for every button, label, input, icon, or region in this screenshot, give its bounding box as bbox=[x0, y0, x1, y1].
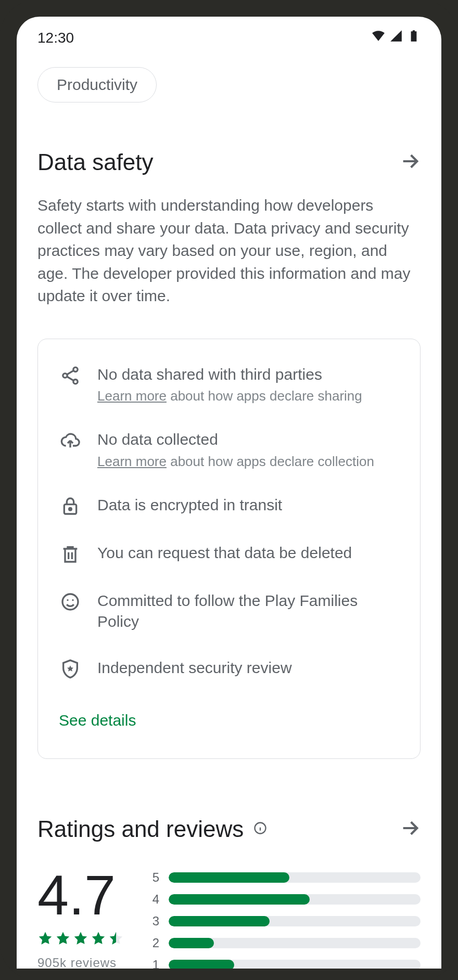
svg-point-5 bbox=[62, 594, 78, 610]
svg-point-7 bbox=[72, 599, 73, 601]
share-icon bbox=[59, 364, 82, 387]
trash-icon bbox=[59, 543, 82, 565]
safety-item-title: Committed to follow the Play Families Po… bbox=[97, 590, 399, 633]
star-icon bbox=[37, 931, 53, 948]
safety-item-title: You can request that data be deleted bbox=[97, 543, 399, 564]
bar-fill bbox=[169, 960, 234, 969]
safety-item-title: No data collected bbox=[97, 429, 399, 450]
safety-item-collection: No data collected Learn more about how a… bbox=[59, 429, 399, 470]
bar-track bbox=[169, 960, 421, 969]
data-safety-card: No data shared with third parties Learn … bbox=[37, 339, 421, 759]
bar-track bbox=[169, 872, 421, 883]
star-icon bbox=[91, 931, 106, 948]
svg-point-6 bbox=[67, 599, 68, 601]
ratings-bars: 5 4 3 2 1 bbox=[149, 867, 421, 969]
see-details-link[interactable]: See details bbox=[59, 712, 399, 729]
bar-label: 3 bbox=[149, 914, 159, 929]
safety-item-encryption: Data is encrypted in transit bbox=[59, 495, 399, 518]
data-safety-title: Data safety bbox=[37, 149, 154, 175]
svg-point-4 bbox=[69, 508, 72, 510]
productivity-chip[interactable]: Productivity bbox=[37, 67, 157, 102]
safety-item-title: Independent security review bbox=[97, 657, 399, 679]
safety-item-delete: You can request that data be deleted bbox=[59, 543, 399, 565]
learn-more-link[interactable]: Learn more bbox=[97, 388, 167, 404]
battery-icon bbox=[407, 29, 421, 46]
bar-fill bbox=[169, 872, 289, 883]
bar-label: 1 bbox=[149, 958, 159, 969]
rating-bar-4: 4 bbox=[149, 892, 421, 907]
safety-item-security-review: Independent security review bbox=[59, 657, 399, 680]
ratings-score-block: 4.7 905k reviews bbox=[37, 867, 124, 969]
cloud-upload-icon bbox=[59, 429, 82, 452]
wifi-icon bbox=[372, 29, 385, 46]
rating-bar-1: 1 bbox=[149, 958, 421, 969]
svg-point-2 bbox=[73, 379, 78, 383]
bar-fill bbox=[169, 916, 270, 926]
ratings-header[interactable]: Ratings and reviews bbox=[37, 816, 421, 842]
bar-fill bbox=[169, 938, 214, 948]
ratings-title: Ratings and reviews bbox=[37, 816, 244, 842]
bar-track bbox=[169, 894, 421, 905]
rating-bar-5: 5 bbox=[149, 870, 421, 885]
rating-bar-2: 2 bbox=[149, 936, 421, 950]
safety-item-subtitle: Learn more about how apps declare collec… bbox=[97, 454, 399, 470]
star-half-icon bbox=[108, 931, 124, 948]
info-icon[interactable] bbox=[253, 821, 268, 837]
data-safety-body: Safety starts with understanding how dev… bbox=[37, 194, 421, 307]
bar-fill bbox=[169, 894, 310, 905]
ratings-body: 4.7 905k reviews 5 bbox=[37, 867, 421, 969]
safety-item-families: Committed to follow the Play Families Po… bbox=[59, 590, 399, 633]
safety-item-sharing: No data shared with third parties Learn … bbox=[59, 364, 399, 405]
shield-star-icon bbox=[59, 657, 82, 680]
data-safety-header[interactable]: Data safety bbox=[37, 149, 421, 175]
star-icon bbox=[55, 931, 71, 948]
lock-icon bbox=[59, 495, 82, 518]
bar-track bbox=[169, 938, 421, 948]
svg-point-1 bbox=[63, 373, 67, 377]
reviews-count: 905k reviews bbox=[37, 956, 124, 969]
learn-more-link[interactable]: Learn more bbox=[97, 454, 167, 469]
safety-item-title: Data is encrypted in transit bbox=[97, 495, 399, 516]
ratings-score: 4.7 bbox=[37, 867, 124, 923]
bar-track bbox=[169, 916, 421, 926]
arrow-right-icon bbox=[400, 151, 421, 174]
rating-bar-3: 3 bbox=[149, 914, 421, 929]
bar-label: 5 bbox=[149, 870, 159, 885]
arrow-right-icon bbox=[400, 818, 421, 841]
ratings-stars bbox=[37, 931, 124, 948]
status-bar: 12:30 bbox=[17, 17, 441, 50]
bar-label: 4 bbox=[149, 892, 159, 907]
svg-point-0 bbox=[73, 367, 78, 371]
face-icon bbox=[59, 590, 82, 613]
star-icon bbox=[73, 931, 88, 948]
status-icons bbox=[372, 29, 421, 46]
signal-icon bbox=[389, 29, 403, 46]
safety-item-title: No data shared with third parties bbox=[97, 364, 399, 385]
safety-item-subtitle: Learn more about how apps declare sharin… bbox=[97, 388, 399, 404]
status-time: 12:30 bbox=[37, 30, 74, 46]
bar-label: 2 bbox=[149, 936, 159, 950]
